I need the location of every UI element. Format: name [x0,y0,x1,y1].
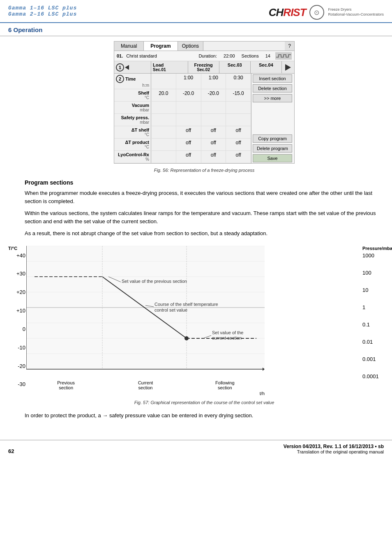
table-row: Vacuum mbar [114,102,251,114]
tab-program[interactable]: Program [144,42,178,51]
options-panel: Insert section Delete section >> more Co… [251,74,294,163]
copy-program-button[interactable]: Copy program [253,134,292,143]
svg-text:control set value: control set value [154,308,187,312]
version-text: Version 04/2013, Rev. 1.1 of 16/12/2013 … [284,444,384,449]
header-titles: Gamma 1–16 LSC plus Gamma 2–16 LSC plus [8,5,77,17]
translation-text: Translation of the original operating ma… [284,449,384,454]
cell-dt-shelf-load [151,126,176,138]
save-button[interactable]: Save [253,154,292,162]
svg-text:Set value of the: Set value of the [212,330,243,335]
arrow-left-icon[interactable] [125,65,129,70]
safety-cells [151,114,251,126]
y-right-01: 0.1 [362,321,384,328]
paragraph2: Within the various sections, the system … [25,209,384,225]
sections-value: 14 [265,53,270,58]
logo-sub1: Freeze Dryers [328,7,384,12]
section-heading: 6 Operation [0,23,392,36]
shelf-cells: 20.0 -20.0 -20.0 -15.0 [151,89,251,101]
logo-sub2: Rotational-Vacuum-Concentrators [328,12,384,17]
duration-value: 22:00 [224,53,235,58]
cell-vacuum-sec02 [176,102,201,113]
cell-dt-product-sec02[interactable]: off [176,139,201,150]
table-row: Shelf °C 20.0 -20.0 -20.0 -15.0 [114,89,251,102]
col-sec03: Sec.03 [219,61,251,73]
cell-time-sec02[interactable]: 1:00 [176,74,201,89]
cell-safety-load [151,114,176,126]
row-label-dt-product: ΔT product °C [114,139,151,150]
delete-section-button[interactable]: Delete section [253,84,292,92]
x-label-following: Following section [187,380,263,390]
panel-grid: 2 Time h:m 1:00 1:00 0:30 [114,74,251,163]
tab-manual[interactable]: Manual [114,42,144,51]
chart-svg-area: Set value of the previous section Course… [26,246,361,396]
cell-time-sec03[interactable]: 1:00 [201,74,226,89]
circle-2: 2 [116,75,124,83]
cell-lyocontrol-sec04[interactable]: off [226,151,251,163]
title-line2: Gamma 2–16 LSC plus [8,11,77,17]
x-axis-labels: Previous section Current section Followi… [26,380,265,390]
program-number: 01. [117,53,123,58]
cell-dt-shelf-sec03[interactable]: off [201,126,226,138]
paragraph4: In order to protect the product, a → saf… [25,412,384,420]
y-val-40: +40 [8,252,25,259]
program-sections-title: Program sections [25,179,384,186]
table-row: Safety press. mbar [114,114,251,126]
table-row: ΔT shelf °C off off off [114,126,251,139]
y-right-100: 100 [362,270,384,276]
cell-vacuum-sec04 [226,102,251,113]
insert-section-button[interactable]: Insert section [253,74,292,83]
cell-safety-sec04 [226,114,251,126]
col-headers: Load Sec.01 Freezing Sec.02 Sec.03 Sec.0… [151,61,282,73]
cell-vacuum-sec03 [201,102,226,113]
cell-dt-shelf-sec02[interactable]: off [176,126,201,138]
fig57-caption: Fig. 57: Graphical representation of the… [25,400,384,405]
duration-label: Duration: [198,53,217,58]
y-right-10: 10 [362,287,384,293]
circle-1: 1 [116,63,124,72]
table-row: ΔT product °C off off off [114,139,251,151]
tab-question[interactable]: ? [285,42,294,51]
play-button[interactable] [282,61,294,73]
cell-shelf-sec03[interactable]: -20.0 [201,89,226,101]
cell-shelf-sec02[interactable]: -20.0 [176,89,201,101]
cell-shelf-sec04[interactable]: -15.0 [226,89,251,101]
svg-text:current section: current section [212,335,242,340]
cell-lyocontrol-sec03[interactable]: off [201,151,226,163]
cell-dt-product-sec04[interactable]: off [226,139,251,150]
tab-row: Manual Program Options ? [114,42,294,51]
more-button[interactable]: >> more [253,94,292,102]
row-label-shelf: Shelf °C [114,89,151,101]
cell-dt-shelf-sec04[interactable]: off [226,126,251,138]
option-placeholder [251,103,294,134]
cell-shelf-load[interactable]: 20.0 [151,89,176,101]
delete-program-button[interactable]: Delete program [253,144,292,153]
y-right-1000: 1000 [362,252,384,259]
y-right-00001: 0.0001 [362,373,384,379]
cell-time-sec04[interactable]: 0:30 [226,74,251,89]
waveform-icon [275,52,292,60]
cell-vacuum-load [151,102,176,113]
sections-label: Sections [242,53,259,58]
logo-ch: CH [269,6,284,18]
y-axis-right-label: Pressure/mbar [362,246,384,251]
lyocontrol-cells: off off off [151,151,251,163]
info-row: 01. Christ standard Duration: 22:00 Sect… [114,51,294,61]
table-row: LyoControl-Rx % off off off [114,151,251,163]
cell-lyocontrol-sec02[interactable]: off [176,151,201,163]
page-header: Gamma 1–16 LSC plus Gamma 2–16 LSC plus … [0,0,392,23]
grid-header-left: 1 [114,61,151,73]
footer-right: Version 04/2013, Rev. 1.1 of 16/12/2013 … [284,444,384,454]
tab-options[interactable]: Options [178,42,203,51]
y-val-10: +10 [8,308,25,314]
time-unit: h:m [116,83,149,88]
y-axis-left-values: +40 +30 +20 +10 0 -10 -20 -30 [8,252,25,396]
play-icon [285,64,291,71]
chart-container: T/°C +40 +30 +20 +10 0 -10 -20 -30 [8,246,384,396]
y-axis-left-label: T/°C [8,246,25,251]
time-label: Time [125,76,136,81]
y-axis-right: Pressure/mbar 1000 100 10 1 0.1 0.01 0.0… [362,246,384,396]
col-load: Load Sec.01 [151,61,188,73]
cell-dt-product-load [151,139,176,150]
y-val-neg30: -30 [8,381,25,387]
cell-dt-product-sec03[interactable]: off [201,139,226,150]
